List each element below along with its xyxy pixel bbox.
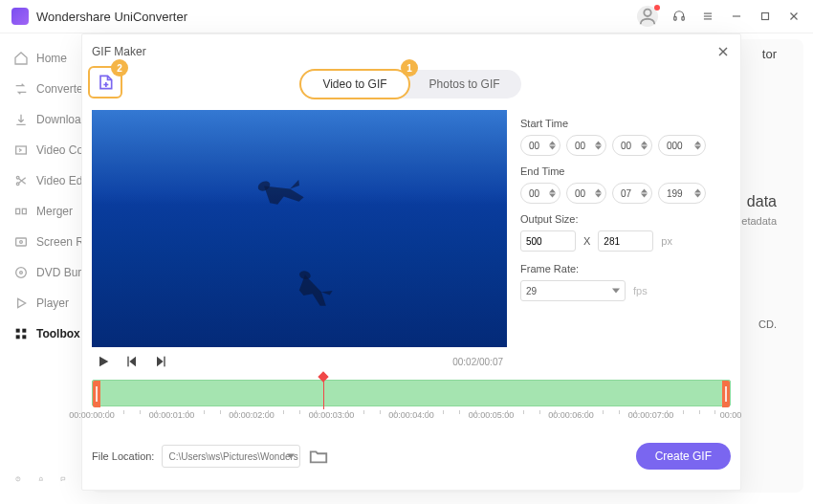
- sidebar-item-label: Toolbox: [36, 327, 80, 340]
- bg-text: etadata: [741, 213, 777, 230]
- next-frame-button[interactable]: [153, 354, 168, 369]
- video-preview[interactable]: [92, 110, 507, 347]
- callout-badge-2: 2: [111, 59, 128, 77]
- start-min-input[interactable]: 00: [566, 135, 606, 156]
- svg-marker-52: [694, 193, 701, 197]
- height-input[interactable]: [598, 230, 653, 252]
- disc-icon: [13, 265, 29, 280]
- sidebar-item-label: Merger: [36, 205, 73, 218]
- svg-point-12: [16, 183, 19, 186]
- sidebar-item-dvd[interactable]: DVD Burner: [0, 257, 81, 288]
- sidebar-item-label: DVD Burner: [36, 266, 81, 279]
- playhead[interactable]: [319, 373, 327, 409]
- menu-icon[interactable]: [700, 9, 715, 24]
- feedback-icon[interactable]: [60, 471, 66, 487]
- svg-marker-50: [641, 193, 648, 197]
- framerate-unit: fps: [633, 285, 648, 296]
- svg-rect-21: [22, 329, 26, 333]
- svg-marker-54: [287, 454, 295, 459]
- prev-frame-button[interactable]: [124, 354, 140, 369]
- svg-rect-23: [22, 335, 26, 339]
- start-time-label: Start Time: [520, 118, 731, 129]
- svg-marker-32: [99, 357, 108, 367]
- sidebar-item-toolbox[interactable]: Toolbox: [0, 318, 81, 349]
- help-icon[interactable]: [15, 471, 21, 487]
- video-content: [240, 153, 317, 230]
- svg-point-18: [20, 272, 23, 274]
- end-time-label: End Time: [520, 165, 731, 177]
- bg-text: data: [741, 189, 777, 214]
- create-gif-button[interactable]: Create GIF: [636, 443, 731, 470]
- tab-photos-to-gif[interactable]: Photos to GIF: [408, 71, 521, 98]
- svg-marker-42: [641, 145, 648, 149]
- framerate-label: Frame Rate:: [520, 263, 731, 274]
- toolbox-icon: [13, 326, 29, 341]
- sidebar-item-label: Screen Recorder: [36, 235, 81, 249]
- sidebar-item-compressor[interactable]: Video Compressor: [0, 135, 81, 165]
- gif-maker-modal: GIF Maker 1 2 Video to GIF Photos to GIF: [81, 33, 741, 491]
- maximize-icon[interactable]: [758, 9, 773, 24]
- svg-rect-7: [762, 13, 769, 20]
- sidebar-item-label: Home: [36, 52, 67, 65]
- modal-close-icon[interactable]: [715, 44, 731, 59]
- svg-marker-33: [129, 357, 136, 367]
- bg-text: CD.: [741, 317, 777, 334]
- timeline-track[interactable]: [92, 380, 731, 406]
- trim-handle-left[interactable]: [93, 381, 100, 407]
- sidebar-item-label: Video Editor: [36, 174, 81, 187]
- sidebar-item-converter[interactable]: Converter: [0, 74, 81, 104]
- trim-handle-right[interactable]: [722, 381, 730, 407]
- framerate-select[interactable]: 29: [520, 280, 626, 301]
- svg-rect-34: [127, 357, 128, 367]
- end-ms-input[interactable]: 199: [658, 183, 706, 204]
- svg-marker-49: [641, 188, 648, 192]
- home-icon: [13, 51, 29, 66]
- compress-icon: [13, 142, 29, 158]
- svg-point-17: [16, 268, 27, 278]
- width-input[interactable]: [520, 230, 576, 252]
- svg-rect-14: [22, 208, 26, 213]
- timeline-ruler: 00:00:00:0000:00:01:0000:00:02:0000:00:0…: [92, 410, 731, 433]
- app-title: Wondershare UniConverter: [36, 10, 637, 24]
- close-icon[interactable]: [786, 9, 802, 24]
- callout-badge-1: 1: [401, 59, 418, 77]
- video-content: [280, 255, 343, 318]
- file-location-select[interactable]: C:\Users\ws\Pictures\Wonders: [162, 445, 300, 468]
- bell-icon[interactable]: [38, 471, 44, 487]
- sidebar-item-merger[interactable]: Merger: [0, 196, 81, 227]
- svg-marker-41: [641, 141, 648, 144]
- svg-marker-19: [18, 298, 26, 307]
- svg-marker-47: [595, 188, 602, 192]
- headset-icon[interactable]: [671, 9, 687, 24]
- sidebar-item-recorder[interactable]: Screen Recorder: [0, 227, 81, 257]
- svg-marker-38: [549, 145, 556, 149]
- sidebar-item-label: Downloader: [36, 113, 81, 126]
- sidebar-item-home[interactable]: Home: [0, 43, 81, 74]
- tab-video-to-gif[interactable]: Video to GIF: [299, 69, 409, 99]
- open-folder-button[interactable]: [308, 446, 329, 467]
- start-hour-input[interactable]: 00: [520, 135, 560, 156]
- svg-marker-46: [549, 193, 556, 197]
- scissors-icon: [13, 173, 29, 188]
- app-logo: [11, 8, 29, 25]
- play-button[interactable]: [96, 354, 111, 369]
- svg-marker-35: [157, 357, 164, 367]
- download-icon: [13, 112, 29, 127]
- sidebar-item-label: Player: [36, 296, 69, 310]
- svg-rect-36: [164, 357, 165, 367]
- svg-marker-43: [694, 141, 701, 144]
- sidebar-item-player[interactable]: Player: [0, 288, 81, 318]
- start-ms-input[interactable]: 000: [658, 135, 706, 156]
- merge-icon: [13, 204, 29, 219]
- end-sec-input[interactable]: 07: [612, 183, 652, 204]
- start-sec-input[interactable]: 00: [612, 135, 652, 156]
- end-hour-input[interactable]: 00: [520, 183, 560, 204]
- minimize-icon[interactable]: [729, 9, 744, 24]
- play-icon: [13, 296, 29, 311]
- sidebar-item-editor[interactable]: Video Editor: [0, 165, 81, 196]
- account-icon[interactable]: [637, 6, 658, 27]
- end-min-input[interactable]: 00: [566, 183, 606, 204]
- svg-point-16: [20, 241, 23, 244]
- svg-marker-40: [595, 145, 602, 149]
- sidebar-item-downloader[interactable]: Downloader: [0, 104, 81, 135]
